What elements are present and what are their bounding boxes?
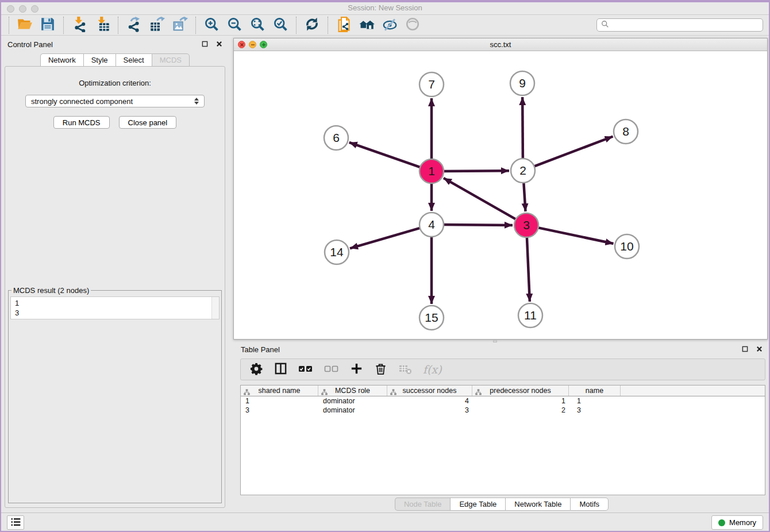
add-column-button[interactable] (350, 362, 363, 377)
graph-node-1[interactable]: 1 (419, 159, 444, 183)
deselect-all-checkboxes-button[interactable] (324, 364, 339, 375)
zoom-in-button[interactable] (200, 16, 223, 34)
graph-edge-1-6[interactable] (349, 142, 421, 168)
home-session-button[interactable] (355, 16, 378, 34)
tab-motifs[interactable]: Motifs (570, 498, 609, 511)
result-scrollbar[interactable] (211, 297, 219, 319)
tab-style[interactable]: Style (83, 53, 116, 67)
graph-node-8[interactable]: 8 (614, 119, 638, 144)
zoom-selected-button[interactable] (269, 16, 292, 34)
save-session-button[interactable] (36, 16, 59, 34)
tab-network[interactable]: Network (40, 53, 83, 67)
inactive-eye-button (401, 16, 424, 34)
graph-node-6[interactable]: 6 (324, 126, 348, 150)
function-builder-button: f(x) (423, 363, 442, 376)
graph-edge-2-9[interactable] (522, 97, 523, 159)
table-cell: 1 (569, 397, 621, 405)
toggle-columns-button[interactable] (274, 362, 287, 377)
tab-node-table[interactable]: Node Table (395, 498, 451, 511)
network-view-window: scc.txt 7968124314101511 (233, 38, 768, 340)
svg-text:9: 9 (519, 76, 526, 90)
hide-panel-eye-button[interactable] (378, 16, 401, 34)
table-row[interactable]: 1dominator411 (241, 396, 765, 406)
function-builder-icon: f(x) (423, 363, 442, 376)
table-cell: 1 (241, 397, 318, 405)
column-header-predecessor-nodes[interactable]: predecessor nodes (472, 385, 569, 396)
memory-button[interactable]: Memory (711, 515, 763, 530)
graph-node-10[interactable]: 10 (615, 234, 639, 259)
search-input[interactable] (612, 20, 759, 30)
svg-text:8: 8 (622, 125, 629, 138)
tab-select[interactable]: Select (116, 53, 152, 67)
float-table-panel-icon[interactable] (742, 345, 748, 354)
export-network-button[interactable] (122, 16, 145, 34)
import-table-button[interactable] (91, 16, 114, 34)
mcds-panel: Optimization criterion: strongly connect… (5, 66, 225, 508)
open-session-button[interactable] (13, 16, 36, 34)
close-panel-button[interactable]: Close panel (119, 116, 177, 129)
export-table-button[interactable] (145, 16, 168, 34)
close-table-panel-icon[interactable] (756, 345, 763, 354)
graph-edge-4-14[interactable] (350, 228, 421, 249)
delete-column-trash-button[interactable] (374, 362, 387, 377)
mcds-result-title: MCDS result (2 nodes) (11, 286, 91, 295)
network-window-titlebar: scc.txt (234, 38, 767, 51)
graph-edge-3-11[interactable] (527, 237, 530, 302)
graph-node-9[interactable]: 9 (510, 71, 534, 95)
search-icon (601, 20, 609, 30)
splitter-grip[interactable] (493, 340, 497, 342)
horizontal-splitter[interactable] (233, 340, 770, 343)
tab-network-table[interactable]: Network Table (505, 498, 570, 511)
svg-text:7: 7 (428, 78, 435, 91)
show-log-console-button[interactable] (7, 515, 24, 530)
table-cell: 1 (472, 397, 569, 405)
graph-edge-4-3[interactable] (443, 225, 513, 225)
graph-node-3[interactable]: 3 (514, 213, 538, 237)
graph-node-11[interactable]: 11 (518, 303, 542, 327)
graph-node-4[interactable]: 4 (419, 213, 444, 237)
select-all-checkboxes-button[interactable] (298, 364, 313, 375)
column-header-successor-nodes[interactable]: successor nodes (387, 385, 472, 396)
graph-node-7[interactable]: 7 (419, 72, 444, 97)
table-cell: 3 (569, 406, 621, 414)
graph-node-15[interactable]: 15 (419, 306, 444, 330)
export-image-button[interactable] (168, 16, 191, 34)
criterion-select[interactable]: strongly connected component (25, 95, 205, 107)
column-header-shared-name[interactable]: shared name (241, 385, 318, 396)
tab-mcds[interactable]: MCDS (152, 53, 190, 67)
column-header-name[interactable]: name (569, 385, 621, 396)
svg-text:14: 14 (330, 245, 344, 259)
graph-edge-3-10[interactable] (538, 228, 614, 244)
search-field[interactable] (596, 18, 763, 32)
run-mcds-button[interactable]: Run MCDS (53, 116, 110, 129)
main-toolbar (0, 15, 770, 36)
graph-edge-2-3[interactable] (523, 182, 525, 211)
mcds-result-textarea[interactable]: 13 (10, 296, 220, 319)
optimization-criterion-label: Optimization criterion: (79, 79, 151, 87)
svg-text:4: 4 (428, 218, 435, 231)
import-network-button[interactable] (68, 16, 91, 34)
refresh-layout-button[interactable] (301, 16, 324, 34)
network-canvas[interactable]: 7968124314101511 (234, 51, 767, 339)
toolbar-separator (296, 17, 297, 34)
table-row[interactable]: 3dominator323 (241, 406, 765, 415)
duplicate-network-icon (336, 17, 352, 34)
network-graph: 7968124314101511 (234, 51, 767, 340)
import-network-icon (72, 17, 87, 34)
graph-edge-3-1[interactable] (444, 178, 517, 219)
graph-node-14[interactable]: 14 (325, 240, 349, 264)
column-settings-gear-button[interactable] (249, 362, 263, 377)
graph-edge-2-8[interactable] (534, 137, 613, 167)
delete-table-icon (398, 362, 412, 377)
tab-edge-table[interactable]: Edge Table (450, 498, 505, 511)
duplicate-network-button[interactable] (332, 16, 355, 34)
float-panel-icon[interactable] (202, 40, 208, 49)
zoom-fit-button[interactable] (246, 16, 269, 34)
column-header-MCDS-role[interactable]: MCDS role (318, 385, 387, 396)
close-panel-icon[interactable] (216, 40, 222, 49)
zoom-out-button[interactable] (223, 16, 246, 34)
column-settings-gear-icon (249, 362, 263, 377)
table-header-row: shared nameMCDS rolesuccessor nodesprede… (241, 385, 765, 396)
graph-node-2[interactable]: 2 (511, 159, 535, 183)
graph-edge-1-2[interactable] (443, 171, 509, 171)
